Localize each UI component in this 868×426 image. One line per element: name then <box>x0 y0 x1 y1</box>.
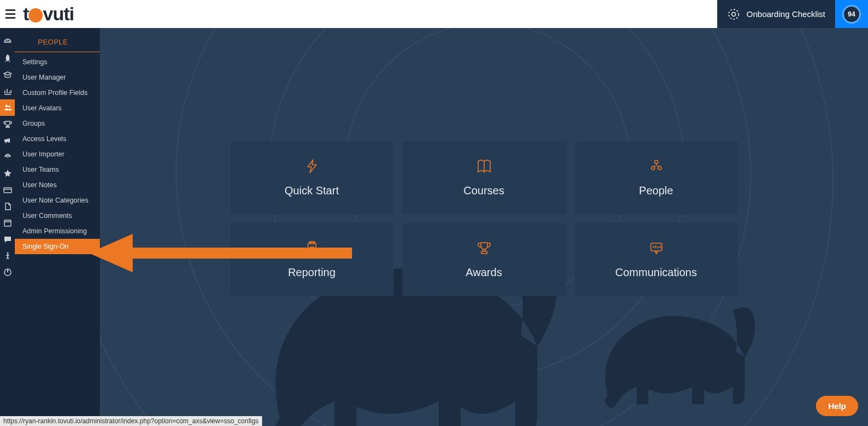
card-icon[interactable] <box>0 182 15 198</box>
sidebar-item-user-teams[interactable]: User Teams <box>15 162 100 177</box>
sidebar-item-user-note-categories[interactable]: User Note Categories <box>15 193 100 208</box>
sidebar-item-label: User Note Categories <box>22 197 88 204</box>
sidebar-title: PEOPLE <box>15 33 100 52</box>
rocket-icon[interactable] <box>0 50 15 66</box>
sidebar-item-single-sign-on[interactable]: Single Sign-On <box>15 239 100 254</box>
card-label: Communications <box>615 266 697 279</box>
signal-icon[interactable] <box>0 149 15 165</box>
sidebar-item-label: User Avatars <box>22 104 61 112</box>
sidebar-item-user-importer[interactable]: User Importer <box>15 147 100 162</box>
main-area: PEOPLE SettingsUser ManagerCustom Profil… <box>0 28 868 426</box>
gear-outline-icon <box>727 8 740 21</box>
sidebar-item-label: User Comments <box>22 212 72 220</box>
sidebar-item-groups[interactable]: Groups <box>15 116 100 131</box>
topbar: t vuti Onboarding Checklist 94 <box>0 0 868 28</box>
book-icon <box>476 158 492 177</box>
svg-point-1 <box>731 12 735 16</box>
accessibility-icon[interactable] <box>0 248 15 264</box>
card-awards[interactable]: Awards <box>402 223 566 296</box>
card-label: People <box>639 184 673 197</box>
help-button[interactable]: Help <box>816 396 858 416</box>
sidebar: PEOPLE SettingsUser ManagerCustom Profil… <box>15 28 100 426</box>
dashboard-icon[interactable] <box>0 33 15 50</box>
sidebar-item-label: Settings <box>22 58 47 66</box>
card-label: Awards <box>466 266 502 279</box>
chat-icon[interactable] <box>0 231 15 248</box>
sidebar-item-user-notes[interactable]: User Notes <box>15 177 100 193</box>
sidebar-item-label: Admin Permissioning <box>22 227 87 235</box>
menu-toggle-icon[interactable] <box>5 7 20 21</box>
chat-icon <box>648 240 665 259</box>
sidebar-item-user-comments[interactable]: User Comments <box>15 208 100 223</box>
sidebar-item-label: Groups <box>22 120 45 127</box>
logo-text-left: t <box>23 3 29 25</box>
clipboard-icon <box>304 240 320 259</box>
sidebar-item-admin-permissioning[interactable]: Admin Permissioning <box>15 223 100 239</box>
sidebar-item-label: User Importer <box>22 150 64 158</box>
calendar-icon[interactable] <box>0 215 15 231</box>
file-icon[interactable] <box>0 198 15 215</box>
content: Quick StartCoursesPeopleReportingAwardsC… <box>100 28 868 426</box>
card-label: Reporting <box>288 266 336 279</box>
sidebar-item-user-manager[interactable]: User Manager <box>15 70 100 85</box>
card-reporting[interactable]: Reporting <box>230 223 394 296</box>
people-icon <box>648 158 665 177</box>
sidebar-item-label: User Manager <box>22 74 66 81</box>
trophy-icon[interactable] <box>0 116 15 132</box>
card-label: Courses <box>463 184 504 197</box>
icon-rail <box>0 28 15 426</box>
sidebar-item-label: Single Sign-On <box>22 243 69 250</box>
card-courses[interactable]: Courses <box>402 141 566 214</box>
people-icon[interactable] <box>0 99 15 116</box>
sidebar-item-label: User Notes <box>22 181 57 189</box>
sidebar-item-label: Access Levels <box>22 135 66 143</box>
chart-icon[interactable] <box>0 83 15 99</box>
card-quick-start[interactable]: Quick Start <box>230 141 394 214</box>
card-label: Quick Start <box>285 184 339 197</box>
bolt-icon <box>304 158 320 177</box>
card-communications[interactable]: Communications <box>575 223 738 296</box>
power-icon[interactable] <box>0 264 15 281</box>
logo-text-right: vuti <box>43 3 73 25</box>
status-bar-url: https://ryan-rankin.tovuti.io/administra… <box>0 416 262 426</box>
card-grid: Quick StartCoursesPeopleReportingAwardsC… <box>230 141 738 296</box>
logo-globe-icon <box>29 8 43 23</box>
graduation-icon[interactable] <box>0 66 15 83</box>
star-icon[interactable] <box>0 165 15 182</box>
onboarding-checklist-button[interactable]: Onboarding Checklist <box>717 0 835 28</box>
score-value: 94 <box>842 5 861 24</box>
svg-point-0 <box>729 9 739 19</box>
sidebar-item-label: Custom Profile Fields <box>22 89 88 97</box>
sidebar-item-custom-profile-fields[interactable]: Custom Profile Fields <box>15 85 100 100</box>
onboarding-label: Onboarding Checklist <box>747 9 825 19</box>
megaphone-icon[interactable] <box>0 132 15 149</box>
card-people[interactable]: People <box>575 141 738 214</box>
sidebar-item-access-levels[interactable]: Access Levels <box>15 131 100 147</box>
sidebar-item-label: User Teams <box>22 166 59 173</box>
score-button[interactable]: 94 <box>835 0 868 28</box>
sidebar-item-user-avatars[interactable]: User Avatars <box>15 100 100 116</box>
trophy-icon <box>476 240 492 259</box>
sidebar-item-settings[interactable]: Settings <box>15 54 100 70</box>
logo[interactable]: t vuti <box>23 3 74 25</box>
